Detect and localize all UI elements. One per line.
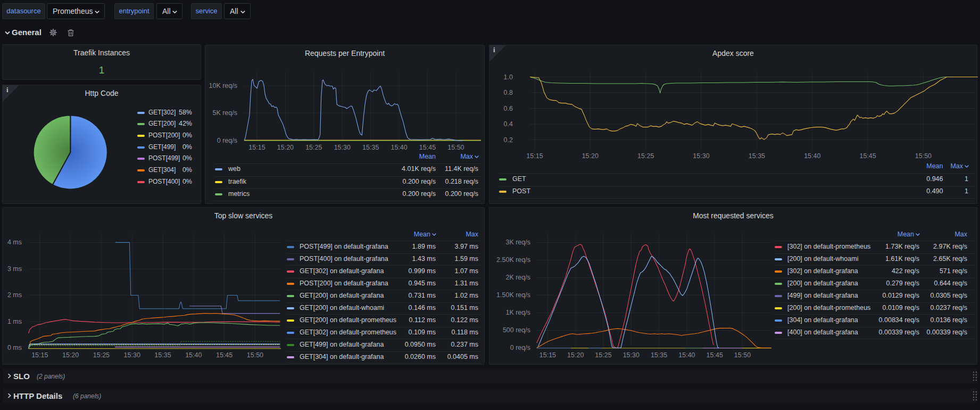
svg-text:15:40: 15:40 bbox=[185, 351, 202, 359]
svg-text:3 ms: 3 ms bbox=[7, 265, 22, 273]
svg-text:15:40: 15:40 bbox=[804, 152, 820, 160]
svg-text:15:45: 15:45 bbox=[419, 144, 436, 151]
svg-text:15:40: 15:40 bbox=[678, 351, 695, 359]
svg-text:15:45: 15:45 bbox=[216, 351, 232, 359]
svg-text:2 ms: 2 ms bbox=[7, 291, 22, 299]
svg-text:15:20: 15:20 bbox=[277, 144, 294, 151]
svg-text:2K req/s: 2K req/s bbox=[505, 274, 530, 281]
svg-text:15:35: 15:35 bbox=[651, 351, 667, 359]
svg-text:500 req/s: 500 req/s bbox=[503, 326, 530, 334]
svg-text:0.2: 0.2 bbox=[504, 136, 513, 144]
svg-text:15:20: 15:20 bbox=[62, 351, 79, 359]
svg-text:15:25: 15:25 bbox=[93, 351, 110, 359]
svg-text:15:45: 15:45 bbox=[707, 351, 723, 359]
svg-text:15:15: 15:15 bbox=[539, 351, 556, 359]
svg-text:15:50: 15:50 bbox=[734, 351, 751, 359]
svg-text:15:15: 15:15 bbox=[31, 351, 48, 359]
svg-text:15:50: 15:50 bbox=[247, 351, 263, 359]
svg-text:15:35: 15:35 bbox=[749, 152, 765, 160]
svg-text:0.6: 0.6 bbox=[504, 105, 513, 112]
svg-text:15:30: 15:30 bbox=[693, 152, 709, 160]
svg-text:15:50: 15:50 bbox=[915, 152, 932, 160]
svg-text:15:45: 15:45 bbox=[859, 152, 876, 160]
svg-text:15:15: 15:15 bbox=[248, 144, 265, 151]
svg-text:1K req/s: 1K req/s bbox=[505, 309, 530, 316]
svg-text:15:20: 15:20 bbox=[582, 152, 599, 160]
svg-text:2.50K req/s: 2.50K req/s bbox=[496, 256, 530, 264]
svg-text:15:15: 15:15 bbox=[526, 152, 543, 160]
svg-text:15:50: 15:50 bbox=[447, 144, 464, 151]
svg-text:15:30: 15:30 bbox=[124, 351, 140, 359]
svg-text:3K req/s: 3K req/s bbox=[505, 239, 530, 246]
svg-text:4 ms: 4 ms bbox=[7, 239, 22, 246]
svg-text:15:25: 15:25 bbox=[595, 351, 611, 359]
svg-text:0.4: 0.4 bbox=[504, 120, 513, 128]
svg-text:5K req/s: 5K req/s bbox=[212, 109, 237, 117]
svg-text:15:30: 15:30 bbox=[623, 351, 640, 359]
svg-text:1 ms: 1 ms bbox=[7, 318, 22, 325]
svg-text:15:25: 15:25 bbox=[305, 144, 322, 151]
svg-text:0 req/s: 0 req/s bbox=[217, 137, 237, 144]
svg-text:0.8: 0.8 bbox=[504, 89, 513, 96]
svg-text:1.50K req/s: 1.50K req/s bbox=[496, 291, 530, 299]
svg-text:15:30: 15:30 bbox=[334, 144, 351, 151]
svg-text:10K req/s: 10K req/s bbox=[209, 82, 237, 89]
svg-text:15:35: 15:35 bbox=[154, 351, 171, 359]
svg-text:0 req/s: 0 req/s bbox=[510, 344, 530, 351]
svg-text:15:40: 15:40 bbox=[391, 144, 407, 151]
svg-text:1.0: 1.0 bbox=[504, 73, 513, 81]
svg-text:0 ms: 0 ms bbox=[7, 344, 22, 351]
svg-text:15:20: 15:20 bbox=[567, 351, 584, 359]
svg-text:15:35: 15:35 bbox=[362, 144, 379, 151]
svg-text:15:25: 15:25 bbox=[637, 152, 654, 160]
